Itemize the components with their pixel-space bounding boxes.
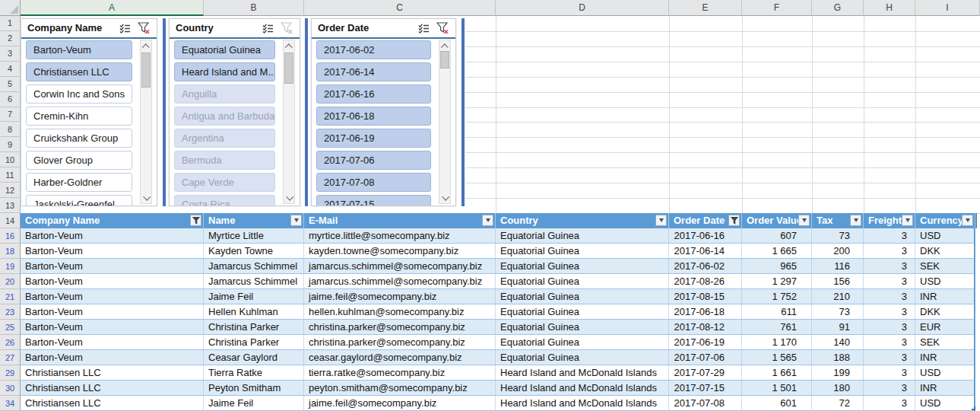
cell-name[interactable]: Tierra Ratke	[204, 365, 304, 380]
scroll-thumb[interactable]	[440, 51, 449, 68]
cell-freight[interactable]: 3	[864, 335, 915, 349]
slicer-item[interactable]: Corwin Inc and Sons	[26, 84, 132, 104]
cell-currency[interactable]: USD	[915, 396, 975, 410]
clear-filter-icon[interactable]	[435, 21, 450, 35]
cell-name[interactable]: Kayden Towne	[204, 244, 304, 258]
table-header-freight[interactable]: Freight	[864, 213, 915, 228]
table-header-country[interactable]: Country	[496, 213, 669, 228]
cell-tax[interactable]: 200	[812, 244, 864, 258]
cell-order-date[interactable]: 2017-06-16	[669, 228, 742, 243]
cell-currency[interactable]: SEK	[915, 335, 975, 349]
cell-email[interactable]: ceasar.gaylord@somecompany.biz	[304, 350, 496, 365]
cell-order-value[interactable]: 1 501	[742, 381, 812, 395]
slicer-scrollbar[interactable]	[283, 40, 295, 204]
cell-order-date[interactable]: 2017-08-12	[669, 320, 742, 334]
cell-tax[interactable]: 188	[812, 350, 864, 365]
slicer-order-date[interactable]: Order Date2017-06-022017-06-142017-06-16…	[311, 18, 456, 206]
column-header-G[interactable]: G	[812, 0, 864, 16]
cell-name[interactable]: Jaime Feil	[204, 396, 304, 410]
scroll-up-button[interactable]	[284, 41, 294, 52]
clear-filter-icon[interactable]	[136, 21, 151, 35]
row-header-23[interactable]: 23	[0, 304, 21, 320]
slicer-item[interactable]: Anguilla	[174, 84, 275, 104]
slicer-item[interactable]: Jaskolski-Greenfel...	[26, 195, 132, 206]
cell-order-date[interactable]: 2017-07-29	[669, 365, 742, 380]
cell-currency[interactable]: INR	[915, 289, 975, 304]
slicer-company-name[interactable]: Company NameBarton-VeumChristiansen LLCC…	[21, 18, 157, 206]
filter-applied-button[interactable]	[728, 215, 740, 226]
filter-dropdown-button[interactable]	[290, 215, 302, 226]
cell-name[interactable]: Myrtice Little	[204, 228, 304, 243]
scroll-down-button[interactable]	[439, 192, 450, 202]
slicer-item[interactable]: Antigua and Barbuda	[174, 107, 275, 126]
table-header-name[interactable]: Name	[204, 213, 304, 228]
cell-order-value[interactable]: 1 170	[742, 335, 812, 349]
row-header-18[interactable]: 18	[0, 244, 21, 259]
cell-country[interactable]: Heard Island and McDonald Islands	[496, 381, 669, 395]
cell-freight[interactable]: 3	[864, 320, 915, 334]
cell-email[interactable]: hellen.kuhlman@somecompany.biz	[304, 304, 496, 319]
row-header-29[interactable]: 29	[0, 365, 21, 381]
cell-tax[interactable]: 210	[812, 289, 864, 304]
table-header-tax[interactable]: Tax	[812, 213, 864, 228]
clear-filter-icon[interactable]	[279, 21, 294, 35]
cell-tax[interactable]: 72	[812, 396, 864, 410]
row-header-20[interactable]: 20	[0, 274, 21, 289]
cell-email[interactable]: kayden.towne@somecompany.biz	[304, 244, 496, 258]
cell-currency[interactable]: USD	[915, 274, 975, 288]
cell-name[interactable]: Peyton Smitham	[204, 381, 304, 395]
cell-order-value[interactable]: 1 297	[742, 274, 812, 288]
slicer-country[interactable]: CountryEquatorial GuineaHeard Island and…	[169, 18, 300, 206]
column-header-F[interactable]: F	[742, 0, 812, 16]
cell-order-date[interactable]: 2017-06-02	[669, 259, 742, 273]
cell-tax[interactable]: 180	[812, 381, 864, 395]
cell-freight[interactable]: 3	[864, 350, 915, 365]
filter-applied-button[interactable]	[190, 215, 201, 226]
cell-currency[interactable]: DKK	[915, 244, 975, 258]
cell-freight[interactable]: 3	[864, 304, 915, 319]
cell-company[interactable]: Barton-Veum	[21, 228, 204, 243]
column-header-I[interactable]: I	[915, 0, 980, 16]
cell-name[interactable]: Ceasar Gaylord	[204, 350, 304, 365]
cell-order-date[interactable]: 2017-07-08	[669, 396, 742, 410]
cell-country[interactable]: Heard Island and McDonald Islands	[496, 365, 669, 380]
cell-tax[interactable]: 199	[812, 365, 864, 380]
cell-freight[interactable]: 3	[864, 228, 915, 243]
cell-currency[interactable]: EUR	[915, 320, 975, 334]
table-resize-handle[interactable]	[972, 406, 975, 410]
cell-order-value[interactable]: 1 565	[742, 350, 812, 365]
cell-name[interactable]: Jamarcus Schimmel	[204, 259, 304, 273]
cell-order-value[interactable]: 1 661	[742, 365, 812, 380]
cell-order-value[interactable]: 601	[742, 396, 812, 410]
slicer-item[interactable]: 2017-06-02	[316, 40, 431, 59]
cell-freight[interactable]: 3	[864, 381, 915, 395]
row-header-14[interactable]: 14	[0, 213, 21, 228]
slicer-item[interactable]: Glover Group	[26, 151, 132, 170]
slicer-item[interactable]: Cremin-Kihn	[26, 107, 132, 126]
cell-email[interactable]: jamarcus.schimmel@somecompany.biz	[304, 259, 496, 273]
row-header-13[interactable]: 13	[0, 198, 21, 213]
filter-dropdown-button[interactable]	[962, 215, 973, 226]
row-header-9[interactable]: 9	[0, 137, 21, 152]
cell-order-value[interactable]: 1 665	[742, 244, 812, 258]
row-header-30[interactable]: 30	[0, 381, 21, 396]
cell-email[interactable]: tierra.ratke@somecompany.biz	[304, 365, 496, 380]
cell-name[interactable]: Christina Parker	[204, 320, 304, 334]
row-header-21[interactable]: 21	[0, 289, 21, 304]
cell-email[interactable]: jamarcus.schimmel@somecompany.biz	[304, 274, 496, 288]
slicer-item[interactable]: Costa Rica	[174, 195, 275, 206]
slicer-item[interactable]: 2017-06-14	[316, 62, 431, 81]
cell-email[interactable]: jaime.feil@somecompany.biz	[304, 289, 496, 304]
row-header-1[interactable]: 1	[0, 16, 21, 31]
cell-country[interactable]: Equatorial Guinea	[496, 244, 669, 258]
cell-country[interactable]: Equatorial Guinea	[496, 304, 669, 319]
row-header-6[interactable]: 6	[0, 92, 21, 107]
cell-company[interactable]: Barton-Veum	[21, 259, 204, 273]
cell-tax[interactable]: 140	[812, 335, 864, 349]
slicer-item[interactable]: 2017-06-16	[316, 84, 431, 104]
slicer-item[interactable]: 2017-07-06	[316, 151, 431, 170]
table-header-currency[interactable]: Currency	[915, 213, 975, 228]
select-all-corner[interactable]	[0, 0, 21, 16]
cell-company[interactable]: Christiansen LLC	[21, 365, 204, 380]
cell-currency[interactable]: USD	[915, 228, 975, 243]
